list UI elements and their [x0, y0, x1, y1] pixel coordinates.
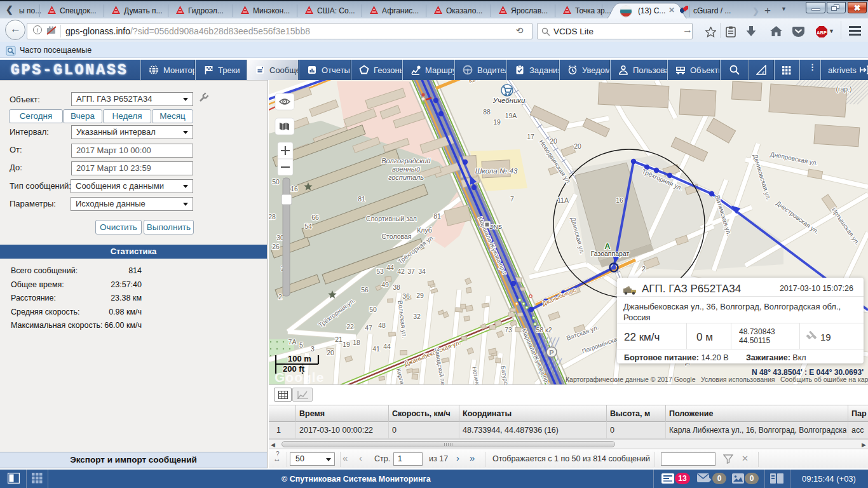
svg-text:Волгоградский: Волгоградский — [381, 157, 431, 165]
svg-text:2: 2 — [278, 293, 282, 301]
svg-text:20: 20 — [550, 137, 557, 145]
svg-text:54: 54 — [304, 222, 312, 230]
svg-text:44: 44 — [383, 342, 391, 350]
svg-text:29: 29 — [416, 292, 424, 299]
svg-text:66: 66 — [311, 214, 319, 221]
svg-text:50: 50 — [272, 178, 280, 186]
svg-text:(гар.): (гар.) — [836, 85, 851, 93]
svg-text:38: 38 — [393, 283, 400, 291]
svg-text:ABP: ABP — [817, 30, 827, 36]
svg-text:50: 50 — [369, 306, 377, 313]
svg-text:3: 3 — [311, 345, 315, 353]
svg-text:Сообщить об ошибке на карте: Сообщить об ошибке на карте — [780, 376, 868, 383]
svg-text:42: 42 — [397, 268, 405, 275]
svg-text:73: 73 — [505, 326, 512, 334]
svg-text:Картографические данные © 2017: Картографические данные © 2017 Google — [566, 376, 696, 383]
svg-text:47: 47 — [365, 324, 372, 332]
svg-text:Столовая: Столовая — [382, 233, 412, 240]
svg-text:Google: Google — [275, 370, 324, 384]
svg-text:100 m: 100 m — [288, 354, 311, 363]
svg-text:21: 21 — [335, 336, 342, 343]
svg-text:16: 16 — [616, 196, 623, 204]
svg-text:20: 20 — [327, 349, 334, 356]
svg-text:военный: военный — [392, 165, 420, 173]
svg-text:11А: 11А — [557, 196, 569, 204]
svg-text:58 к2: 58 к2 — [536, 326, 552, 334]
svg-text:7А: 7А — [288, 338, 297, 346]
svg-text:DNS: DNS — [489, 223, 502, 230]
svg-text:32: 32 — [413, 313, 421, 320]
svg-text:56: 56 — [361, 286, 369, 294]
svg-text:17: 17 — [527, 133, 534, 140]
svg-text:19А: 19А — [505, 112, 517, 119]
svg-text:36: 36 — [402, 292, 410, 300]
svg-text:госпиталь: госпиталь — [388, 173, 424, 181]
svg-text:26: 26 — [272, 243, 280, 250]
svg-text:Газоаппарат: Газоаппарат — [591, 250, 630, 257]
svg-text:Спортивный зал: Спортивный зал — [366, 215, 417, 222]
svg-text:16: 16 — [290, 185, 298, 193]
svg-text:81: 81 — [358, 195, 365, 203]
svg-text:41: 41 — [372, 345, 380, 353]
svg-text:Школа № 43: Школа № 43 — [475, 167, 518, 175]
svg-text:P: P — [549, 349, 553, 356]
svg-text:48: 48 — [378, 322, 386, 329]
svg-text:81: 81 — [433, 212, 441, 220]
svg-text:Учебники: Учебники — [492, 97, 526, 104]
svg-text:22: 22 — [346, 323, 354, 330]
svg-text:Условия использования: Условия использования — [701, 376, 775, 383]
svg-text:2: 2 — [642, 265, 646, 273]
svg-text:28: 28 — [269, 213, 276, 220]
svg-text:49: 49 — [381, 281, 389, 288]
svg-text:53: 53 — [376, 268, 384, 275]
svg-text:44: 44 — [386, 264, 394, 271]
svg-text:5: 5 — [299, 341, 303, 349]
svg-text:19: 19 — [493, 118, 501, 126]
svg-text:88: 88 — [483, 108, 491, 116]
svg-text:19: 19 — [342, 341, 350, 348]
svg-text:18: 18 — [353, 339, 360, 346]
svg-text:20: 20 — [574, 142, 581, 150]
svg-text:Клуб: Клуб — [417, 226, 432, 234]
svg-text:7: 7 — [510, 195, 514, 203]
svg-text:37: 37 — [407, 268, 415, 275]
svg-text:34: 34 — [418, 268, 426, 275]
